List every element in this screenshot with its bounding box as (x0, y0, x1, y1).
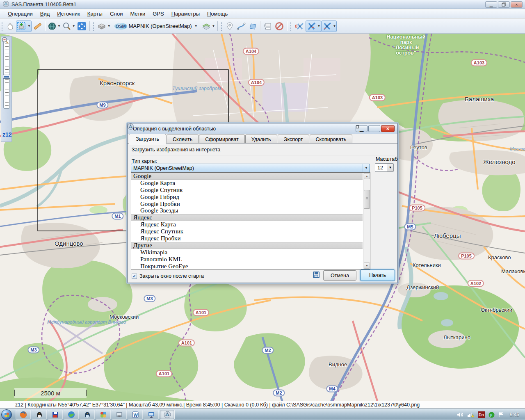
tab-download[interactable]: Загрузить (129, 134, 166, 145)
chevron-down-icon: ▼ (333, 24, 336, 28)
start-button[interactable] (1, 409, 12, 420)
gps-track-icon[interactable]: ▼ (321, 21, 337, 32)
toolbar-grip[interactable] (290, 21, 292, 31)
taskbar-google-earth-icon[interactable] (64, 410, 79, 420)
download-box-icon[interactable]: ▼ (96, 21, 112, 32)
taskbar-colors-icon[interactable] (96, 410, 111, 420)
map-label-park: парк (400, 39, 412, 45)
restore-button[interactable] (498, 1, 510, 8)
dropdown-group-google: Google (131, 173, 363, 180)
combo-arrow-icon[interactable]: ▼ (363, 164, 370, 172)
toolbar-grip[interactable] (1, 21, 3, 31)
taskbar-sas-planet-icon[interactable] (160, 410, 175, 420)
combo-arrow-icon[interactable]: ▼ (387, 164, 393, 171)
dialog-restore-button[interactable] (368, 125, 380, 132)
taskbar-word-icon[interactable]: W (128, 410, 143, 420)
start-button[interactable]: Начать (360, 269, 395, 281)
dropdown-item[interactable]: Яндекс Пробки (131, 235, 363, 242)
taskbar-tux-blue-icon[interactable] (80, 410, 95, 420)
close-after-start-checkbox[interactable]: ✓ (132, 274, 137, 279)
dialog-close-button[interactable]: × (381, 125, 395, 132)
taskbar-firefox-icon[interactable] (16, 410, 31, 420)
dropdown-item[interactable]: Google Карта (131, 180, 363, 187)
scroll-down-icon[interactable]: ▼ (364, 262, 370, 269)
map-label: Лыткарино (443, 334, 470, 340)
map-label-park: остров" (396, 50, 416, 56)
zoom-slider[interactable] (3, 40, 10, 109)
disable-icon[interactable] (274, 21, 285, 32)
menu-gps[interactable]: GPS (149, 10, 167, 18)
dropdown-item[interactable]: Wikimapia (131, 249, 363, 256)
pan-hand-icon[interactable] (5, 21, 16, 32)
selection-tool-icon[interactable]: ▼ (16, 21, 32, 32)
zoom-tool-icon[interactable]: ▼ (62, 21, 76, 32)
taskbar-tux-icon[interactable] (32, 410, 47, 420)
scale-combobox[interactable]: 12 ▼ (375, 163, 394, 172)
fullscreen-icon[interactable] (76, 21, 88, 32)
map-label: Московский (110, 314, 139, 320)
toolbar-grip[interactable] (93, 21, 95, 31)
map-viewport[interactable]: Красногорск Балашиха Реутов Железнодо Од… (0, 34, 525, 401)
road-badge: М2 (273, 390, 285, 397)
taskbar-floppy-icon[interactable] (48, 410, 63, 420)
menu-settings[interactable]: Параметры (168, 10, 203, 18)
menu-marks[interactable]: Метки (127, 10, 149, 18)
road-badge: А103 (369, 94, 386, 101)
menu-operations[interactable]: Операции (4, 10, 37, 18)
taskbar-clock[interactable]: 9:45 (510, 412, 519, 418)
globe-view-icon[interactable]: ▼ (47, 21, 62, 32)
language-indicator[interactable]: En (478, 411, 485, 418)
scroll-up-icon[interactable]: ▲ (364, 173, 370, 179)
taskbar-media-player-icon[interactable]: 321 (112, 410, 127, 420)
toolbar-separator (89, 21, 90, 31)
dropdown-scrollbar[interactable]: ▲ ▼ (363, 173, 370, 269)
dropdown-item[interactable]: Google Звезды (131, 207, 363, 214)
menu-layers[interactable]: Слои (106, 10, 127, 18)
gps-connect-icon[interactable]: ▼ (306, 21, 321, 32)
add-placemark-icon[interactable] (224, 21, 235, 32)
chevron-down-icon: ▼ (107, 24, 111, 28)
road-badge: А102 (468, 280, 484, 287)
map-type-button[interactable]: OSM MAPNIK (OpenStreetMap) ▼ (112, 21, 201, 32)
dropdown-item[interactable]: Google Спутник (131, 187, 363, 194)
map-label: Видное (329, 361, 347, 368)
dropdown-item[interactable]: Яндекс Спутник (131, 228, 363, 235)
dialog-titlebar[interactable]: Операция с выделенной областью ▁ × (128, 123, 397, 134)
toolbar-separator (45, 21, 45, 31)
volume-icon[interactable] (457, 412, 463, 418)
action-center-flag-icon[interactable] (498, 412, 504, 418)
add-polygon-icon[interactable] (247, 21, 258, 32)
road-badge: А103 (471, 59, 487, 66)
network-warning-icon[interactable] (467, 412, 474, 418)
toolbar-grip[interactable] (221, 21, 223, 31)
placemark-manager-icon[interactable] (262, 21, 274, 32)
menu-source[interactable]: Источник (53, 10, 84, 18)
dropdown-item[interactable]: Покрытие GeoEye (131, 263, 363, 270)
road-badge: М2 (262, 347, 274, 354)
dropdown-item[interactable]: Google Пробки (131, 201, 363, 208)
add-path-icon[interactable] (235, 21, 247, 32)
minimize-button[interactable]: ▁ (485, 1, 497, 8)
dialog-body: Загрузить изображения из интернета Тип к… (128, 143, 397, 283)
layers-icon[interactable]: ▼ (201, 21, 216, 32)
map-label: Котельники (413, 262, 441, 268)
menu-view[interactable]: Вид (37, 10, 54, 18)
osm-icon: OSM (114, 23, 127, 30)
taskbar-presentation-icon[interactable] (144, 410, 159, 420)
menu-maps[interactable]: Карты (84, 10, 106, 18)
menu-help[interactable]: Помощь (203, 10, 231, 18)
distance-ruler-icon[interactable] (32, 21, 43, 32)
utorrent-icon[interactable]: µ (488, 412, 495, 418)
app-icon (3, 1, 9, 8)
gps-signal-icon[interactable] (293, 21, 306, 32)
road-badge: М3 (144, 295, 155, 302)
dropdown-item[interactable]: Google Гибрид (131, 194, 363, 201)
section-label: Загрузить изображения из интернета (132, 147, 220, 153)
close-button[interactable]: × (511, 1, 523, 8)
zoom-slider-thumb[interactable] (3, 75, 10, 79)
dropdown-item[interactable]: Яндекс Карта (131, 221, 363, 228)
map-type-combobox[interactable]: MAPNIK (OpenStreetMap) ▼ (131, 164, 370, 172)
scrollbar-thumb[interactable] (364, 190, 370, 209)
dropdown-item[interactable]: Panoramio KML (131, 256, 363, 263)
cancel-button[interactable]: Отмена (323, 270, 356, 281)
